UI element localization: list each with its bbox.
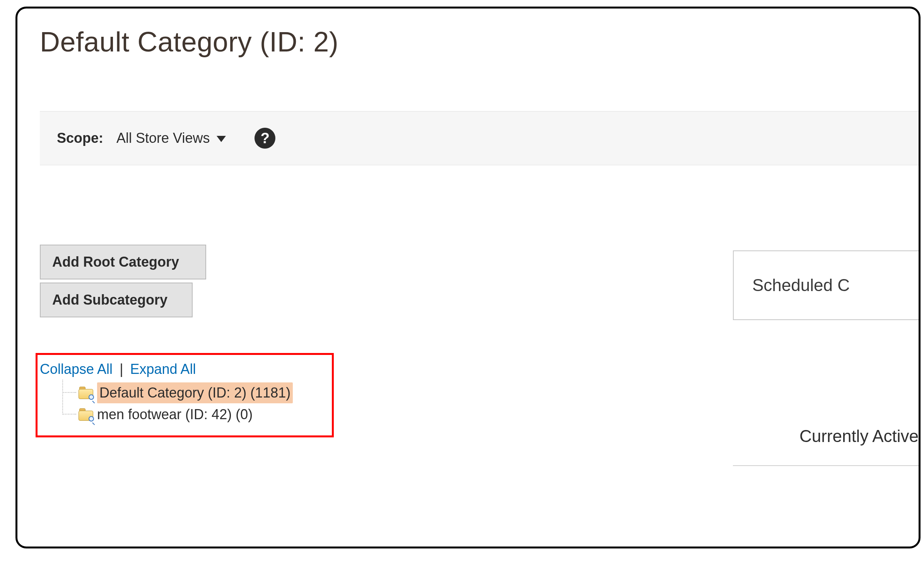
- currently-active-heading: Currently Active: [799, 427, 919, 446]
- folder-icon: [79, 387, 93, 399]
- add-subcategory-button[interactable]: Add Subcategory: [40, 283, 193, 317]
- add-root-category-button[interactable]: Add Root Category: [40, 245, 206, 279]
- scope-bar: Scope: All Store Views ?: [40, 111, 919, 165]
- tree-node-men-footwear[interactable]: men footwear (ID: 42) (0): [79, 404, 334, 425]
- tree-node-label: Default Category (ID: 2) (1181): [97, 382, 293, 403]
- tree-controls: Collapse All | Expand All: [40, 359, 334, 380]
- divider: [733, 465, 919, 466]
- scope-select[interactable]: All Store Views: [116, 130, 226, 146]
- tree-controls-separator: |: [116, 361, 126, 377]
- scheduled-changes-heading: Scheduled C: [752, 276, 850, 295]
- scope-selected-value: All Store Views: [116, 130, 210, 146]
- category-tree: Default Category (ID: 2) (1181) men foot…: [40, 382, 334, 425]
- scheduled-changes-panel: Scheduled C: [733, 250, 919, 320]
- tree-node-default-category[interactable]: Default Category (ID: 2) (1181): [79, 382, 334, 404]
- scope-label: Scope:: [57, 130, 103, 146]
- folder-icon: [79, 408, 93, 421]
- help-icon[interactable]: ?: [254, 128, 275, 149]
- collapse-all-link[interactable]: Collapse All: [40, 361, 113, 377]
- chevron-down-icon: [217, 136, 226, 142]
- tree-node-label: men footwear (ID: 42) (0): [97, 404, 253, 425]
- page-title: Default Category (ID: 2): [40, 26, 338, 58]
- expand-all-link[interactable]: Expand All: [130, 361, 196, 377]
